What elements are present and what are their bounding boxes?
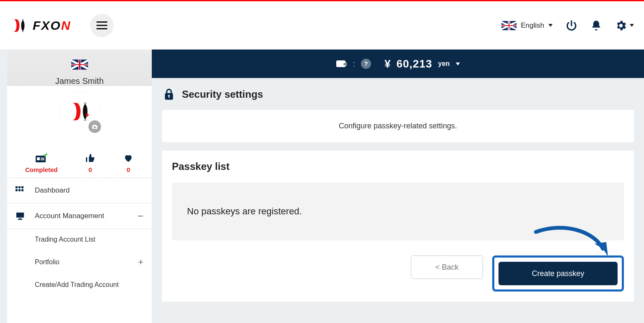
avatar — [60, 92, 99, 131]
sidebar-item-dashboard[interactable]: Dashboard — [7, 178, 152, 203]
profile-stats: Completed 0 0 — [7, 146, 152, 178]
logo-text: FXON — [33, 18, 71, 33]
create-passkey-label: Create passkey — [532, 269, 584, 278]
notifications-button[interactable] — [590, 20, 602, 31]
heart-icon — [123, 153, 134, 164]
minus-icon: − — [138, 210, 143, 222]
svg-point-0 — [86, 114, 88, 117]
svg-rect-6 — [18, 186, 21, 188]
wallet-icon — [336, 59, 347, 68]
lock-icon — [164, 88, 174, 101]
currency-symbol: ¥ — [384, 57, 390, 70]
balance-bar: : ? ¥ 60,213 yen — [152, 49, 644, 78]
svg-rect-7 — [21, 186, 23, 188]
section-title-text: Security settings — [182, 89, 263, 100]
back-button-label: < Back — [435, 263, 459, 272]
language-label: English — [521, 21, 544, 30]
uk-flag-icon — [501, 21, 517, 30]
stat-likes-value: 0 — [85, 166, 95, 173]
controls-row: < Back Create passkey — [172, 255, 624, 292]
stat-completed-label: Completed — [25, 166, 58, 173]
plus-icon: + — [138, 257, 143, 268]
top-header: FXON English — [0, 1, 644, 49]
sidebar-left-pad — [0, 49, 7, 323]
chevron-down-icon[interactable] — [456, 63, 460, 65]
menu-toggle-button[interactable] — [90, 14, 114, 37]
sidebar-item-label: Account Management — [35, 212, 104, 220]
avatar-mark-icon — [68, 99, 92, 124]
svg-rect-2 — [37, 157, 40, 160]
svg-rect-11 — [16, 213, 24, 218]
uk-flag-icon — [71, 60, 88, 70]
highlight-ring: Create passkey — [492, 255, 624, 292]
passkey-list-title: Passkey list — [172, 161, 624, 172]
user-name: James Smith — [7, 76, 152, 86]
header-right: English — [501, 19, 634, 32]
description-panel: Configure passkey-related settings. — [162, 110, 634, 142]
stat-hearts[interactable]: 0 — [123, 153, 134, 173]
svg-rect-3 — [41, 158, 44, 159]
settings-button[interactable] — [615, 19, 634, 32]
content: Security settings Configure passkey-rela… — [152, 78, 644, 323]
logo-mark-icon — [10, 17, 28, 34]
thumbs-up-icon — [85, 153, 95, 164]
sidebar-item-label: Create/Add Trading Account — [35, 281, 119, 289]
id-card-check-icon — [25, 153, 58, 164]
sidebar-item-account-management[interactable]: Account Management − — [7, 203, 152, 229]
sidebar-subitem-portfolio[interactable]: Portfolio + — [7, 250, 152, 274]
sidebar: James Smith Completed — [7, 49, 152, 323]
back-button[interactable]: < Back — [411, 255, 483, 279]
logo[interactable]: FXON — [10, 17, 71, 34]
svg-rect-20 — [169, 96, 169, 98]
passkey-empty-box: No passkeys are registered. — [172, 182, 624, 240]
stat-likes[interactable]: 0 — [85, 153, 95, 173]
help-button[interactable]: ? — [361, 59, 371, 69]
svg-rect-12 — [18, 218, 21, 219]
section-title: Security settings — [162, 88, 634, 101]
svg-rect-13 — [18, 219, 23, 220]
balance-amount: 60,213 — [396, 57, 432, 70]
sidebar-item-label: Dashboard — [35, 186, 70, 195]
sidebar-item-label: Trading Account List — [35, 236, 95, 243]
svg-rect-5 — [16, 186, 18, 188]
passkey-list-panel: Passkey list No passkeys are registered.… — [162, 151, 634, 302]
description-text: Configure passkey-related settings. — [339, 122, 457, 130]
svg-rect-10 — [21, 189, 23, 191]
svg-rect-9 — [18, 189, 21, 191]
create-passkey-button[interactable]: Create passkey — [499, 262, 618, 285]
grid-icon — [16, 186, 26, 195]
chevron-down-icon — [630, 24, 634, 27]
svg-rect-4 — [41, 159, 44, 160]
empty-message: No passkeys are registered. — [187, 206, 302, 216]
sidebar-subitem-trading-account-list[interactable]: Trading Account List — [7, 229, 152, 250]
sidebar-item-label: Portfolio — [35, 258, 60, 266]
monitor-icon — [16, 212, 26, 220]
svg-point-17 — [345, 64, 346, 65]
sidebar-profile: James Smith — [7, 49, 152, 146]
svg-rect-8 — [16, 189, 18, 191]
chevron-down-icon — [548, 24, 553, 27]
change-avatar-button[interactable] — [88, 120, 101, 133]
sidebar-subitem-create-add-trading-account[interactable]: Create/Add Trading Account — [7, 274, 152, 295]
language-selector[interactable]: English — [501, 21, 553, 30]
stat-completed[interactable]: Completed — [25, 153, 58, 173]
main-area: : ? ¥ 60,213 yen Security settings Confi… — [152, 49, 644, 323]
svg-marker-21 — [595, 242, 608, 256]
power-button[interactable] — [565, 19, 578, 32]
balance-currency: yen — [438, 60, 450, 68]
stat-hearts-value: 0 — [123, 166, 134, 173]
separator: : — [353, 59, 355, 69]
